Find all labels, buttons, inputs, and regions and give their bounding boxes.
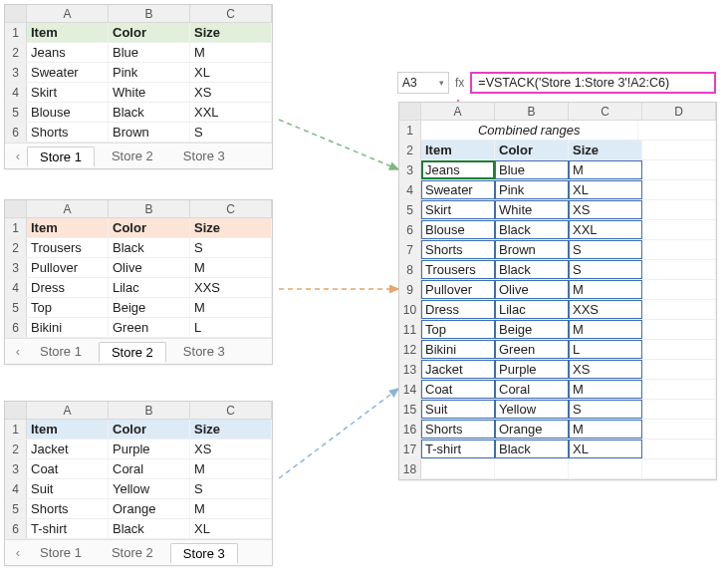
cell[interactable]: XS: [569, 360, 642, 379]
cell[interactable]: Brown: [109, 123, 190, 142]
cell[interactable]: Black: [109, 238, 190, 257]
cell[interactable]: Purple: [495, 360, 569, 379]
row-header[interactable]: 3: [5, 258, 27, 277]
row-header[interactable]: 3: [5, 459, 27, 478]
cell[interactable]: S: [569, 400, 642, 419]
formula-input[interactable]: =VSTACK('Store 1:Store 3'!A2:C6): [470, 72, 716, 94]
cell[interactable]: M: [190, 43, 272, 62]
tab-nav-prev-icon[interactable]: ‹: [11, 344, 25, 359]
tab-store1[interactable]: Store 1: [27, 542, 95, 563]
cell[interactable]: Pink: [109, 63, 190, 82]
cell[interactable]: Top: [421, 320, 495, 339]
cell[interactable]: Lilac: [109, 278, 190, 297]
tab-nav-prev-icon[interactable]: ‹: [11, 148, 25, 163]
cell[interactable]: Black: [495, 260, 569, 279]
tab-store2[interactable]: Store 2: [99, 542, 166, 563]
title-cell[interactable]: Combined ranges: [421, 121, 638, 140]
cell[interactable]: M: [569, 280, 642, 299]
cell[interactable]: Sweater: [421, 180, 495, 199]
cell[interactable]: [642, 400, 716, 419]
col-header[interactable]: B: [495, 103, 569, 120]
row-header[interactable]: 1: [5, 218, 27, 237]
col-header[interactable]: A: [421, 103, 495, 120]
cell[interactable]: XS: [190, 83, 272, 102]
cell[interactable]: [495, 459, 569, 478]
row-header[interactable]: 2: [399, 141, 421, 159]
cell[interactable]: Trousers: [421, 260, 495, 279]
row-header[interactable]: 16: [399, 420, 421, 439]
cell[interactable]: Black: [495, 220, 569, 239]
row-header[interactable]: 1: [5, 23, 27, 42]
select-all-corner[interactable]: [5, 200, 27, 217]
cell[interactable]: Shorts: [421, 420, 495, 439]
col-header[interactable]: C: [190, 200, 272, 217]
name-box[interactable]: A3 ▾: [397, 72, 449, 94]
col-header[interactable]: B: [109, 5, 190, 22]
cell[interactable]: L: [569, 340, 642, 359]
col-header[interactable]: D: [642, 103, 716, 120]
row-header[interactable]: 5: [5, 499, 27, 518]
col-header[interactable]: A: [27, 402, 109, 419]
col-header[interactable]: B: [109, 200, 190, 217]
chevron-down-icon[interactable]: ▾: [439, 78, 444, 88]
cell[interactable]: Jeans: [27, 43, 109, 62]
cell[interactable]: XXL: [190, 103, 272, 122]
cell[interactable]: M: [190, 258, 272, 277]
cell[interactable]: Yellow: [109, 479, 190, 498]
cell[interactable]: Jacket: [27, 440, 109, 458]
tab-store2[interactable]: Store 2: [99, 342, 166, 363]
row-header[interactable]: 14: [399, 380, 421, 399]
row-header[interactable]: 12: [399, 340, 421, 359]
cell[interactable]: Black: [109, 103, 190, 122]
cell[interactable]: [642, 220, 716, 239]
select-all-corner[interactable]: [5, 5, 27, 22]
col-header[interactable]: C: [190, 402, 272, 419]
cell[interactable]: M: [190, 459, 272, 478]
cell[interactable]: [642, 340, 716, 359]
cell[interactable]: [642, 260, 716, 279]
row-header[interactable]: 17: [399, 440, 421, 458]
row-header[interactable]: 1: [399, 121, 421, 140]
row-header[interactable]: 3: [399, 160, 421, 179]
cell[interactable]: [642, 320, 716, 339]
cell[interactable]: Shorts: [27, 123, 109, 142]
cell[interactable]: XL: [569, 180, 642, 199]
row-header[interactable]: 6: [5, 519, 27, 538]
cell[interactable]: Suit: [27, 479, 109, 498]
tab-store2[interactable]: Store 2: [99, 146, 166, 166]
cell[interactable]: Top: [27, 298, 109, 317]
cell[interactable]: M: [569, 160, 642, 179]
cell[interactable]: Pullover: [27, 258, 109, 277]
row-header[interactable]: 5: [5, 298, 27, 317]
cell[interactable]: [642, 440, 716, 458]
cell[interactable]: Purple: [109, 440, 190, 458]
row-header[interactable]: 2: [5, 43, 27, 62]
cell[interactable]: S: [569, 240, 642, 259]
cell[interactable]: Blouse: [27, 103, 109, 122]
cell[interactable]: Skirt: [27, 83, 109, 102]
cell[interactable]: [642, 141, 716, 159]
select-all-corner[interactable]: [5, 402, 27, 419]
cell[interactable]: Suit: [421, 400, 495, 419]
row-header[interactable]: 5: [399, 200, 421, 219]
cell[interactable]: Jeans: [421, 160, 495, 179]
cell[interactable]: [569, 459, 642, 478]
cell[interactable]: Coat: [27, 459, 109, 478]
row-header[interactable]: 7: [399, 240, 421, 259]
cell[interactable]: Beige: [109, 298, 190, 317]
header-cell[interactable]: Size: [190, 23, 272, 42]
cell[interactable]: Blue: [495, 160, 569, 179]
cell[interactable]: [642, 280, 716, 299]
cell[interactable]: Yellow: [495, 400, 569, 419]
header-cell[interactable]: Color: [495, 141, 569, 159]
row-header[interactable]: 8: [399, 260, 421, 279]
cell[interactable]: Dress: [421, 300, 495, 319]
tab-store3[interactable]: Store 3: [170, 543, 238, 564]
cell[interactable]: Olive: [495, 280, 569, 299]
tab-store1[interactable]: Store 1: [27, 147, 95, 167]
cell[interactable]: Sweater: [27, 63, 109, 82]
cell[interactable]: Orange: [495, 420, 569, 439]
cell[interactable]: Bikini: [421, 340, 495, 359]
cell[interactable]: Blue: [109, 43, 190, 62]
cell[interactable]: XL: [190, 519, 272, 538]
